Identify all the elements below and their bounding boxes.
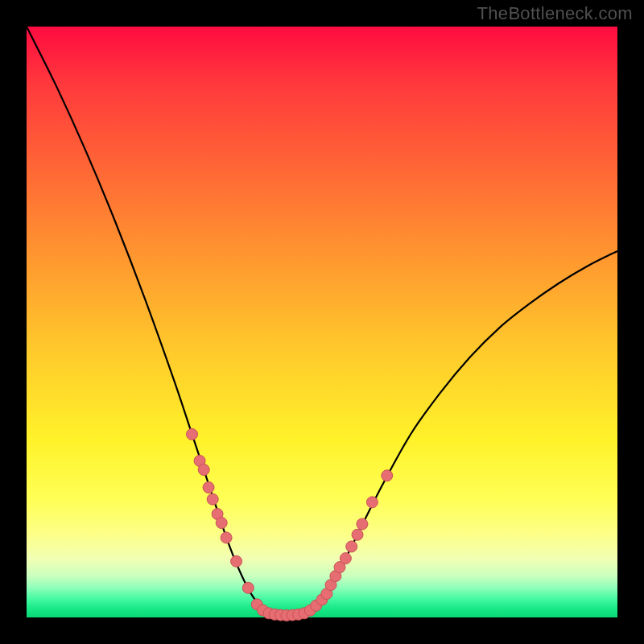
chart-frame: TheBottleneck.com: [0, 0, 644, 644]
data-marker: [216, 518, 227, 529]
data-marker: [231, 555, 242, 567]
data-marker: [198, 464, 209, 476]
data-marker: [352, 529, 363, 540]
bottleneck-curve: [27, 27, 617, 616]
plot-area: [27, 27, 617, 617]
data-marker: [221, 532, 232, 543]
marker-group: [187, 428, 393, 621]
data-marker: [382, 470, 393, 481]
data-marker: [203, 482, 214, 493]
curve-svg: [27, 27, 617, 617]
watermark-text: TheBottleneck.com: [477, 3, 633, 24]
data-marker: [187, 428, 198, 440]
data-marker: [346, 541, 357, 552]
data-marker: [340, 553, 351, 564]
data-marker: [242, 582, 254, 593]
data-marker: [207, 493, 218, 505]
data-marker: [366, 497, 378, 508]
data-marker: [357, 518, 368, 530]
